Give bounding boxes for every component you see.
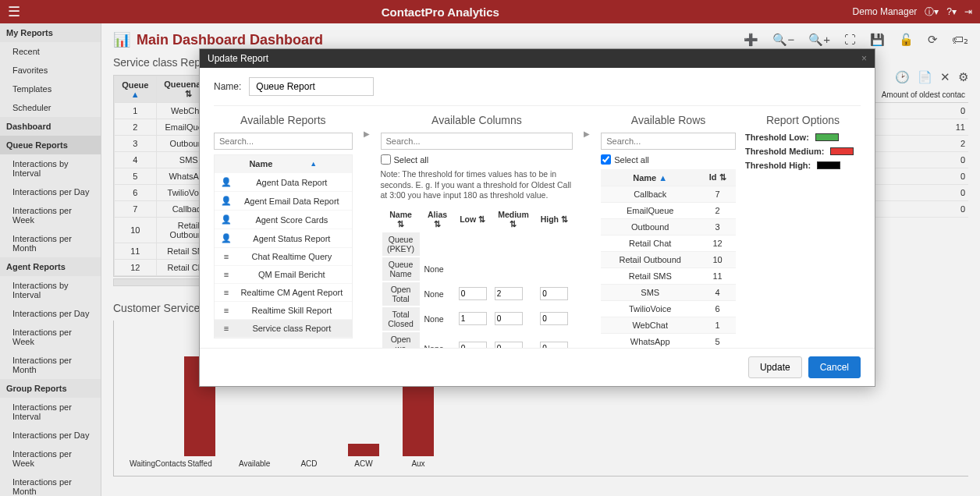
report-item[interactable]: ≡QM Email Bericht xyxy=(215,266,352,284)
report-item[interactable]: ≡Realtime CM Agent Report xyxy=(215,284,352,302)
threshold-note: Note: The threshold for times values has… xyxy=(381,169,573,201)
list-icon: ≡ xyxy=(221,252,232,261)
col-alias: None xyxy=(421,332,454,348)
threshold-input[interactable] xyxy=(459,342,487,348)
list-icon: 👤 xyxy=(221,177,232,187)
rows-header[interactable]: Name ▲ xyxy=(601,169,699,186)
threshold-input[interactable] xyxy=(459,287,487,300)
col-header[interactable]: High ⇅ xyxy=(537,207,571,231)
threshold-med-swatch[interactable] xyxy=(830,147,854,155)
col-header[interactable]: Alias ⇅ xyxy=(421,207,454,231)
col-name: Total Closed xyxy=(382,307,420,331)
list-icon: ≡ xyxy=(221,288,232,297)
table-row[interactable]: Outbound3 xyxy=(601,219,736,236)
modal-close-icon[interactable]: × xyxy=(861,53,867,64)
threshold-input[interactable] xyxy=(540,312,568,325)
threshold-input[interactable] xyxy=(495,287,523,300)
update-report-modal: Update Report × Name: Available Reports … xyxy=(199,48,875,387)
modal-footer: Update Cancel xyxy=(200,348,875,386)
threshold-low-swatch[interactable] xyxy=(815,133,839,141)
col-name: Queue Name xyxy=(382,257,420,281)
arrow-right-icon[interactable]: ▶ xyxy=(364,129,370,138)
list-icon: ≡ xyxy=(221,306,232,315)
modal-title: Update Report xyxy=(208,53,268,64)
rows-header[interactable]: Id ⇅ xyxy=(699,169,736,186)
table-row[interactable]: Retail Outbound10 xyxy=(601,252,736,268)
list-icon: 👤 xyxy=(221,214,232,225)
rows-search[interactable] xyxy=(601,133,736,150)
reports-search[interactable] xyxy=(214,133,353,150)
col-name: Queue (PKEY) xyxy=(382,232,420,256)
col-header[interactable]: Low ⇅ xyxy=(456,207,490,231)
table-row[interactable]: TwilioVoice6 xyxy=(601,301,736,317)
threshold-input[interactable] xyxy=(540,287,568,300)
threshold-input[interactable] xyxy=(459,312,487,325)
columns-heading: Available Columns xyxy=(381,114,573,126)
report-item[interactable]: ≡Service class Report xyxy=(215,320,352,338)
threshold-low-label: Threshold Low: xyxy=(745,133,809,142)
report-name-input[interactable] xyxy=(249,77,374,96)
arrow-right-icon[interactable]: ▶ xyxy=(584,129,590,138)
options-heading: Report Options xyxy=(745,114,861,126)
modal-header: Update Report × xyxy=(200,49,875,68)
columns-table: Name ⇅Alias ⇅Low ⇅Medium ⇅High ⇅Queue (P… xyxy=(381,206,573,348)
report-item[interactable]: ≡Chat Realtime Query xyxy=(215,248,352,266)
columns-search[interactable] xyxy=(381,133,573,150)
list-icon: 👤 xyxy=(221,233,232,243)
table-row[interactable]: Callback7 xyxy=(601,186,736,203)
report-item[interactable]: 👤Agent Status Report xyxy=(215,229,352,248)
table-row[interactable]: Retail Chat12 xyxy=(601,236,736,252)
threshold-high-label: Threshold High: xyxy=(745,161,811,170)
table-row[interactable]: SMS4 xyxy=(601,285,736,301)
col-name: Open wo Agent xyxy=(382,332,420,348)
table-row[interactable]: EmailQueue2 xyxy=(601,203,736,219)
reports-list: Name ▲ 👤Agent Data Report👤Agent Email Da… xyxy=(214,154,353,338)
columns-select-all[interactable]: Select all xyxy=(381,154,573,165)
table-row[interactable]: WebChat1 xyxy=(601,317,736,334)
col-alias: None xyxy=(421,282,454,306)
threshold-input[interactable] xyxy=(495,312,523,325)
threshold-med-label: Threshold Medium: xyxy=(745,147,824,156)
reports-heading: Available Reports xyxy=(214,114,353,126)
threshold-input[interactable] xyxy=(540,342,568,348)
update-button[interactable]: Update xyxy=(748,356,802,378)
columns-arrows: ▶◀ xyxy=(582,114,591,348)
reports-arrows: ▶◀ xyxy=(362,114,371,348)
table-row[interactable]: WhatsApp5 xyxy=(601,334,736,349)
list-icon: 👤 xyxy=(221,196,232,206)
col-header[interactable]: Name ⇅ xyxy=(382,207,420,231)
list-icon: ≡ xyxy=(221,270,232,279)
col-alias: None xyxy=(421,257,454,281)
col-name: Open Total xyxy=(382,282,420,306)
threshold-high-swatch[interactable] xyxy=(817,161,840,169)
report-item[interactable]: 👤Agent Score Cards xyxy=(215,211,352,229)
rows-heading: Available Rows xyxy=(601,114,736,126)
report-item[interactable]: 👤Agent Data Report xyxy=(215,173,352,192)
threshold-input[interactable] xyxy=(495,342,523,348)
col-header[interactable]: Medium ⇅ xyxy=(492,207,536,231)
col-alias: None xyxy=(421,307,454,331)
col-alias xyxy=(421,232,454,256)
report-item[interactable]: ≡Realtime Skill Report xyxy=(215,302,352,320)
name-label: Name: xyxy=(214,81,241,92)
table-row[interactable]: Retail SMS11 xyxy=(601,268,736,285)
cancel-button[interactable]: Cancel xyxy=(808,356,861,378)
rows-select-all[interactable]: Select all xyxy=(601,154,736,165)
list-icon: ≡ xyxy=(221,324,232,333)
rows-table: Name ▲Id ⇅Callback7EmailQueue2Outbound3R… xyxy=(601,169,736,348)
report-item[interactable]: 👤Agent Email Data Report xyxy=(215,192,352,211)
reports-name-header[interactable]: Name ▲ xyxy=(215,155,352,173)
